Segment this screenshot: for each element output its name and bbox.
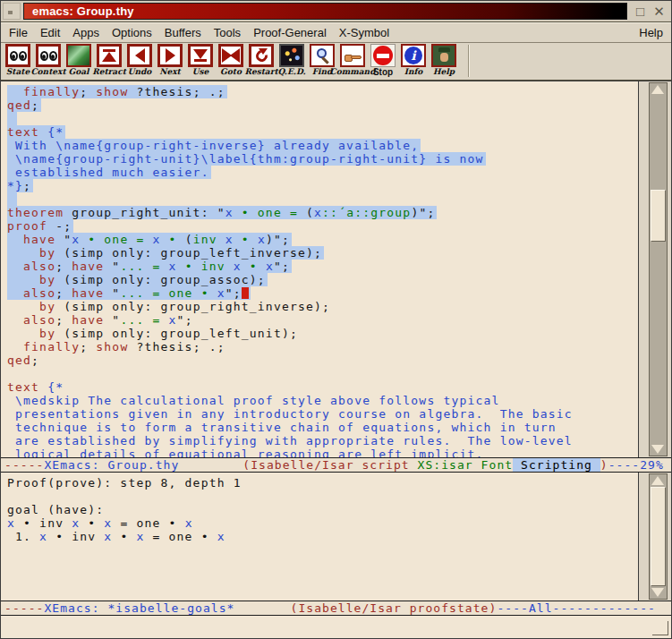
processed-region-highlight: also; have "... = x • inv x • x"; <box>7 260 292 273</box>
resize-grip[interactable] <box>652 621 668 635</box>
text-token <box>7 112 15 125</box>
toolbar-button-goto[interactable]: Goto <box>216 44 246 80</box>
menu-item-options[interactable]: Options <box>112 26 152 39</box>
text-token <box>7 273 39 286</box>
toolbar-button-help[interactable]: Help <box>429 44 459 80</box>
scrollbar-thumb[interactable] <box>651 190 666 242</box>
menu-item-help[interactable]: Help <box>639 26 663 39</box>
close-button[interactable]: ✕ <box>651 4 667 19</box>
text-token <box>7 260 23 273</box>
text-token: have <box>72 260 104 273</box>
buffer-line <box>7 490 638 503</box>
text-token: ; <box>80 85 96 98</box>
script-scrollbar[interactable] <box>649 82 668 456</box>
menu-item-x-symbol[interactable]: X-Symbol <box>339 26 389 39</box>
toolbar-button-qed[interactable]: Q.E.D. <box>276 44 307 80</box>
text-token: logical details of equational reasoning … <box>7 447 484 457</box>
pointing-hand-icon <box>340 44 365 67</box>
script-buffer[interactable]: finally; show ?thesis; .;qed; text {* Wi… <box>1 81 638 457</box>
text-token: ... = one • <box>120 286 217 300</box>
text-token: ::´a::group <box>322 206 411 219</box>
text-token: = one • <box>144 530 217 543</box>
minibuffer[interactable] <box>1 616 671 638</box>
text-token: x <box>39 530 47 543</box>
text-token: finally <box>23 340 80 354</box>
menu-item-edit[interactable]: Edit <box>40 26 60 39</box>
mode-line-goals[interactable]: -----XEmacs: *isabelle-goals* (Isabelle/… <box>1 601 671 616</box>
text-token <box>39 125 47 139</box>
text-token: • inv <box>15 516 72 530</box>
text-token: x <box>104 530 112 543</box>
fireworks-icon <box>279 44 304 67</box>
scrollbar-down-button[interactable] <box>650 443 667 456</box>
maximize-button[interactable]: □ <box>633 4 648 19</box>
arrow-down-icon <box>651 445 664 454</box>
toolbar-button-state[interactable]: State <box>3 44 33 80</box>
text-token: x <box>72 516 80 530</box>
menu-item-file[interactable]: File <box>9 26 28 39</box>
toolbar-button-restart[interactable]: Restart <box>246 44 276 80</box>
processed-region-highlight: theorem group_right_unit: "x • one = (x:… <box>7 206 437 219</box>
toolbar-button-label: Goal <box>69 67 89 76</box>
toolbar-button-label: Use <box>192 67 209 76</box>
arrows-meet-icon <box>218 44 243 67</box>
goals-scrollbar-column <box>638 473 671 601</box>
buffer-line: qed; <box>7 98 638 112</box>
text-token <box>179 458 242 472</box>
toolbar-button-label: Retract <box>92 67 126 76</box>
toolbar-button-info[interactable]: iInfo <box>398 44 429 80</box>
toolbar-button-use[interactable]: Use <box>185 44 216 80</box>
buffer-line <box>7 367 638 380</box>
circular-arrow-icon <box>249 44 274 67</box>
toolbar-button-undo[interactable]: Undo <box>124 44 155 80</box>
text-token: presentations given in any introductory … <box>7 407 573 421</box>
goals-buffer[interactable]: Proof(prove): step 8, depth 1goal (have)… <box>1 473 638 601</box>
text-token: have <box>72 286 104 300</box>
text-token: ... = <box>120 260 168 273</box>
text-token: ; <box>55 286 72 300</box>
mode-line-script[interactable]: -----XEmacs: Group.thy (Isabelle/Isar sc… <box>1 457 671 473</box>
buffer-line: by (simp only: group_assoc); <box>7 273 638 286</box>
processed-region-highlight <box>7 192 17 206</box>
scrollbar-thumb[interactable] <box>651 487 666 586</box>
text-token: With \name{group-right-inverse} already … <box>7 139 419 152</box>
scrollbar-up-button[interactable] <box>650 474 667 487</box>
goals-scrollbar[interactable] <box>649 473 668 600</box>
toolbar-button-command[interactable]: Command <box>337 44 368 80</box>
text-token <box>39 380 47 394</box>
toolbar-separator <box>468 45 470 77</box>
toolbar-button-label: Restart <box>244 67 277 76</box>
text-token: x <box>72 233 80 246</box>
buffer-line: also; have "... = x • inv x • x"; <box>7 260 638 273</box>
text-token: x <box>153 233 161 246</box>
text-token: text <box>7 125 39 139</box>
text-token: Scripting <box>513 458 600 472</box>
toolbar-button-goal[interactable]: Goal <box>64 44 94 80</box>
toolbar-button-stop[interactable]: Stop <box>368 44 398 80</box>
window-menu-button[interactable] <box>3 3 21 20</box>
text-token: XEmacs: *isabelle-goals* <box>44 601 234 615</box>
scrollbar-track[interactable] <box>650 96 667 443</box>
text-token: • <box>242 260 266 273</box>
scrollbar-down-button[interactable] <box>650 586 667 599</box>
scrollbar-track[interactable] <box>650 487 667 586</box>
menu-item-tools[interactable]: Tools <box>214 26 241 39</box>
text-token <box>7 192 15 206</box>
text-token: also <box>23 313 55 327</box>
title-bar[interactable]: emacs: Group.thy □ ✕ <box>1 1 671 22</box>
menu-item-buffers[interactable]: Buffers <box>165 26 201 39</box>
text-token: x <box>234 260 242 273</box>
buffer-line: text {* <box>7 380 638 394</box>
goal-picture-icon <box>66 44 91 67</box>
menu-item-apps[interactable]: Apps <box>72 26 99 39</box>
toolbar-button-next[interactable]: Next <box>155 44 185 80</box>
text-token: theorem <box>7 206 64 219</box>
scrollbar-up-button[interactable] <box>650 83 667 96</box>
menu-item-proof-general[interactable]: Proof-General <box>253 26 327 39</box>
text-token: established much easier. <box>7 166 209 179</box>
text-token: qed <box>7 354 31 367</box>
toolbar-button-context[interactable]: Context <box>33 44 64 80</box>
text-token <box>7 300 39 313</box>
no-entry-icon <box>370 44 396 67</box>
toolbar-button-retract[interactable]: Retract <box>94 44 124 80</box>
